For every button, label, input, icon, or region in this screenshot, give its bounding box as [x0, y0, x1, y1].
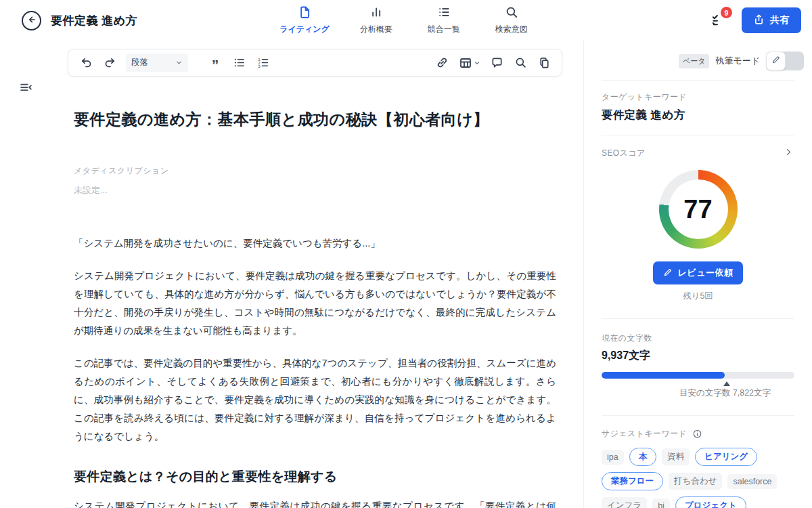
target-marker-icon [723, 381, 730, 386]
keyword-tag[interactable]: ipa [602, 450, 624, 465]
arrow-left-icon [26, 14, 37, 27]
paragraph[interactable]: システム開発プロジェクトにおいて、要件定義は成功の鍵を握る重要なプロセスです。し… [74, 267, 556, 340]
share-button-label: 共有 [770, 14, 790, 26]
collapse-outline-button[interactable] [19, 81, 33, 98]
keyword-tag[interactable]: 資料 [662, 448, 690, 465]
target-length-marker-zone: 目安の文字数 7,822文字 [602, 379, 794, 399]
app-header: 要件定義 進め方 ライティング 分析概要 競合一覧 [0, 0, 812, 41]
tab-label: 競合一覧 [428, 24, 460, 35]
target-keyword-value: 要件定義 進め方 [602, 108, 794, 123]
char-progress-bar [602, 372, 794, 379]
header-right: 9 共有 [709, 0, 801, 41]
info-icon[interactable] [692, 429, 702, 439]
chevron-down-icon [474, 57, 480, 69]
writing-mode-toggle[interactable] [766, 51, 804, 70]
keyword-tag[interactable]: 打ち合わせ [669, 473, 722, 490]
document-title: 要件定義 進め方 [51, 13, 137, 28]
tab-competitor-list[interactable]: 競合一覧 [423, 5, 465, 35]
seo-score-value: 77 [659, 170, 738, 249]
search-in-doc-button[interactable] [513, 56, 528, 70]
suggest-keywords-section: サジェストキーワード ipa 本 資料 ヒアリング 業務フロー 打ち合わせ sa… [602, 416, 794, 508]
tab-label: 分析概要 [360, 24, 392, 35]
list-icon [437, 5, 451, 22]
app-root: 要件定義 進め方 ライティング 分析概要 競合一覧 [0, 0, 812, 508]
keyword-tag[interactable]: bi [652, 499, 670, 508]
seo-sidebar: ベータ 執筆モード ターゲットキーワード 要件定義 進め方 SEOスコア 7 [583, 41, 812, 508]
review-remaining-count: 残り5回 [683, 291, 713, 302]
insert-link-button[interactable] [434, 56, 449, 70]
insert-table-button[interactable] [458, 56, 480, 70]
article-title[interactable]: 要件定義の進め方：基本手順と成功の秘訣【初心者向け】 [74, 108, 556, 130]
target-length-label: 目安の文字数 7,822文字 [679, 387, 771, 399]
toggle-knob [766, 51, 786, 70]
char-count-label: 現在の文字数 [602, 333, 794, 344]
chevron-down-icon [175, 57, 183, 69]
char-count-value: 9,937文字 [602, 349, 794, 363]
keyword-tag[interactable]: 業務フロー [602, 472, 663, 490]
search-icon [505, 5, 518, 22]
blockquote-button[interactable]: ” [208, 56, 223, 70]
keyword-tag[interactable]: ヒアリング [695, 448, 757, 466]
editor-area: 段落 ” 123 [68, 41, 562, 508]
section-heading[interactable]: 要件定義とは？その目的と重要性を理解する [74, 468, 556, 486]
tab-analysis-overview[interactable]: 分析概要 [355, 5, 397, 35]
tab-search-intent[interactable]: 検索意図 [491, 5, 533, 35]
editor-toolbar: 段落 ” 123 [68, 49, 562, 77]
notification-badge: 9 [721, 7, 732, 18]
undo-button[interactable] [78, 56, 93, 70]
suggest-keywords-label: サジェストキーワード [602, 428, 687, 440]
bullet-list-button[interactable] [231, 56, 246, 70]
suggest-keyword-tags: ipa 本 資料 ヒアリング 業務フロー 打ち合わせ salesforce イン… [602, 448, 794, 508]
comment-button[interactable] [489, 56, 504, 70]
ordered-list-button[interactable]: 123 [255, 56, 270, 70]
keyword-tag[interactable]: salesforce [727, 474, 777, 489]
checklist-notifications-button[interactable]: 9 [709, 12, 727, 29]
meta-description-placeholder[interactable]: 未設定... [74, 184, 556, 196]
writing-mode-label: 執筆モード [715, 55, 760, 67]
paragraph[interactable]: システム開発プロジェクトにおいて、要件定義は成功の鍵を握る重要なプロセスです。「… [74, 497, 556, 508]
keyword-tag[interactable]: プロジェクト [675, 496, 746, 508]
tab-bar: ライティング 分析概要 競合一覧 検索意図 [279, 0, 533, 41]
document-icon [298, 5, 311, 22]
bar-chart-icon [369, 5, 383, 22]
keyword-tag[interactable]: 本 [629, 448, 657, 466]
seo-score-gauge: 77 [659, 170, 738, 249]
keyword-tag[interactable]: インフラ [602, 497, 647, 508]
seo-score-section: SEOスコア 77 レビュー依頼 残り5回 [602, 135, 794, 319]
seo-score-label: SEOスコア [602, 148, 794, 159]
table-icon [458, 56, 473, 70]
pencil-icon [771, 55, 781, 67]
pen-icon [663, 268, 673, 279]
sidebar-collapse-icon [19, 85, 33, 97]
request-review-button[interactable]: レビュー依頼 [653, 261, 744, 284]
paragraph[interactable]: この記事では、要件定義の目的や重要性から、具体的な7つのステップ、担当者の役割分… [74, 354, 556, 446]
tab-label: 検索意図 [495, 24, 528, 35]
beta-badge: ベータ [679, 54, 710, 68]
meta-description-label: メタディスクリプション [74, 165, 556, 177]
share-button[interactable]: 共有 [742, 7, 801, 33]
target-keyword-label: ターゲットキーワード [602, 91, 794, 103]
document-body[interactable]: 要件定義の進め方：基本手順と成功の秘訣【初心者向け】 メタディスクリプション 未… [68, 108, 562, 508]
copy-button[interactable] [537, 56, 551, 70]
paragraph[interactable]: 「システム開発を成功させたいのに、要件定義でいつも苦労する...」 [74, 234, 556, 253]
chevron-right-icon[interactable] [784, 147, 793, 159]
svg-text:3: 3 [258, 64, 261, 68]
block-format-value: 段落 [131, 57, 148, 68]
tab-label: ライティング [279, 24, 330, 35]
seo-score-gauge-wrap: 77 レビュー依頼 残り5回 [602, 159, 794, 302]
tab-writing[interactable]: ライティング [279, 5, 330, 35]
request-review-label: レビュー依頼 [678, 267, 734, 279]
back-button[interactable] [22, 11, 41, 30]
header-left: 要件定義 進め方 [0, 11, 137, 30]
redo-button[interactable] [102, 56, 117, 70]
writing-mode-row: ベータ 執筆モード [602, 41, 794, 81]
char-progress-fill [602, 372, 725, 379]
char-count-section: 現在の文字数 9,937文字 目安の文字数 7,822文字 [602, 319, 794, 416]
share-icon [753, 14, 765, 27]
block-format-select[interactable]: 段落 [126, 54, 188, 72]
target-keyword-section: ターゲットキーワード 要件定義 進め方 [602, 81, 794, 135]
quote-icon: ” [212, 54, 219, 72]
